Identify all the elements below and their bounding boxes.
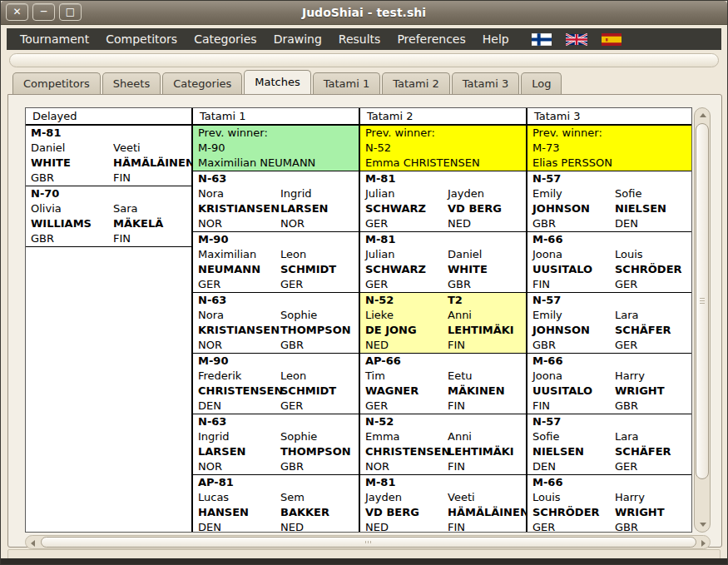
blue-first-name: Lara: [615, 308, 639, 323]
white-country: DEN: [198, 520, 280, 532]
match-block[interactable]: M-81JaydenVeetiVD BERGHÄMÄLÄINENNEDFIN: [360, 475, 526, 532]
menu-drawing[interactable]: Drawing: [265, 28, 330, 50]
match-block[interactable]: N-63NoraIngridKRISTIANSENLARSENNORNOR: [193, 171, 359, 232]
scroll-left-arrow-icon[interactable]: [31, 540, 35, 547]
tab-tatami-1[interactable]: Tatami 1: [313, 72, 381, 94]
match-line: JulianJayden: [360, 186, 526, 201]
white-last-name: SCHRÖDER: [532, 505, 615, 520]
match-line: M-66: [527, 232, 692, 247]
match-category: N-57: [532, 293, 615, 308]
match-block[interactable]: N-52T2LiekeAnniDE JONGLEHTIMÄKINEDFIN: [360, 293, 526, 354]
match-line: TimEetu: [360, 369, 526, 384]
match-block[interactable]: AP-66TimEetuWAGNERMÄKINENGERFIN: [360, 354, 526, 414]
tab-sheets[interactable]: Sheets: [102, 72, 161, 94]
match-line: N-63: [193, 293, 359, 308]
white-last-name: UUSITALO: [532, 262, 615, 277]
blue-first-name: Lara: [615, 429, 639, 444]
uk-flag-icon[interactable]: [566, 33, 587, 46]
match-block[interactable]: N-57SofieLaraNIELSENSCHÄFERDENGER: [527, 414, 692, 475]
white-first-name: Daniel: [31, 141, 113, 156]
prev-winner-label: Prev. winner:: [527, 126, 692, 141]
blue-country: NED: [280, 520, 304, 532]
menu-competitors[interactable]: Competitors: [97, 28, 186, 50]
horizontal-scrollbar-thumb[interactable]: [41, 537, 696, 548]
match-line: N-57: [527, 293, 692, 308]
menu-results[interactable]: Results: [330, 28, 389, 50]
menu-help[interactable]: Help: [474, 28, 518, 50]
match-category: M-81: [365, 475, 448, 490]
tab-matches[interactable]: Matches: [244, 70, 310, 94]
scroll-down-arrow-icon[interactable]: [700, 523, 706, 527]
white-last-name: UUSITALO: [532, 384, 615, 399]
match-category: N-57: [532, 171, 615, 186]
tab-tatami-2[interactable]: Tatami 2: [382, 72, 450, 94]
blue-last-name: SCHÄFER: [615, 323, 671, 338]
tab-competitors[interactable]: Competitors: [12, 72, 101, 94]
white-country: NOR: [198, 338, 280, 353]
match-block[interactable]: M-90MaximilianLeonNEUMANNSCHMIDTGERGER: [193, 232, 359, 293]
menu-categories[interactable]: Categories: [186, 28, 265, 50]
horizontal-scrollbar[interactable]: [25, 535, 711, 549]
column-header: Delayed: [26, 108, 191, 126]
match-line: WILLIAMSMÄKELÄ: [26, 216, 191, 231]
menu-tournament[interactable]: Tournament: [12, 28, 97, 50]
minimize-button[interactable]: ─: [32, 3, 55, 21]
match-line: SofieLara: [527, 429, 692, 444]
match-block[interactable]: M-81DanielVeetiWHITEHÄMÄLÄINENGBRFIN: [26, 126, 191, 186]
vertical-scrollbar-thumb[interactable]: [696, 123, 709, 479]
match-block[interactable]: N-57EmilySofieJOHNSONNIELSENGBRDEN: [527, 171, 692, 232]
blue-last-name: WRIGHT: [615, 505, 665, 520]
blue-first-name: Harry: [615, 490, 645, 505]
match-block[interactable]: M-81JulianJaydenSCHWARZVD BERGGERNED: [360, 171, 526, 232]
blue-last-name: WRIGHT: [615, 384, 665, 399]
board-column-tatami-3: Tatami 3 Prev. winner:M-73Elias PERSSONN…: [526, 108, 692, 532]
match-block[interactable]: M-66JoonaHarryUUSITALOWRIGHTFINGBR: [527, 354, 692, 414]
match-line: M-81: [360, 171, 526, 186]
scroll-right-arrow-icon[interactable]: [701, 540, 706, 547]
window-bottom-edge: [1, 558, 727, 564]
spain-flag-icon[interactable]: [602, 33, 622, 46]
match-line: N-52T2: [360, 293, 526, 308]
prev-winner-block: Prev. winner:N-52Emma CHRISTENSEN: [360, 126, 526, 171]
match-block[interactable]: N-63NoraSophieKRISTIANSENTHOMPSONNORGBR: [193, 293, 359, 354]
match-block[interactable]: AP-81LucasSemHANSENBAKKERDENNED: [193, 475, 359, 532]
white-country: DEN: [532, 459, 615, 474]
match-line: N-70: [26, 186, 191, 201]
white-first-name: Emily: [532, 186, 615, 201]
match-block[interactable]: N-70OliviaSaraWILLIAMSMÄKELÄGBRFIN: [26, 186, 191, 247]
toolbar: [9, 53, 719, 67]
match-block[interactable]: N-52EmmaAnniCHRISTENSENLEHTIMÄKINORFIN: [360, 414, 526, 475]
blue-country: FIN: [448, 399, 465, 414]
tab-categories[interactable]: Categories: [162, 72, 242, 94]
prev-winner-block: Prev. winner:M-73Elias PERSSON: [527, 126, 692, 171]
match-category: M-90: [198, 232, 280, 247]
match-block[interactable]: N-63IngridSophieLARSENTHOMPSONNORGBR: [193, 414, 359, 475]
white-country: FIN: [532, 277, 615, 292]
match-block[interactable]: M-66JoonaLouisUUSITALOSCHRÖDERFINGER: [527, 232, 692, 293]
match-line: GBRDEN: [527, 216, 692, 231]
match-board: Delayed M-81DanielVeetiWHITEHÄMÄLÄINENGB…: [25, 107, 692, 533]
vertical-scrollbar[interactable]: [694, 107, 711, 533]
tab-tatami-3[interactable]: Tatami 3: [452, 72, 520, 94]
match-category: N-52: [365, 293, 448, 308]
match-block[interactable]: N-57EmilyLaraJOHNSONSCHÄFERGBRGER: [527, 293, 692, 354]
finland-flag-icon[interactable]: [532, 33, 552, 46]
match-category: N-63: [198, 414, 280, 429]
match-block[interactable]: M-81JulianDanielSCHWARZWHITEGERGBR: [360, 232, 526, 293]
match-line: NORGBR: [193, 459, 359, 474]
match-block[interactable]: M-90FrederikLeonCHRISTENSENSCHMIDTDENGER: [193, 354, 359, 414]
minimize-icon: ─: [41, 6, 47, 17]
titlebar[interactable]: ✕ ─ □ JudoShiai - test.shi: [1, 1, 727, 25]
close-button[interactable]: ✕: [6, 3, 28, 21]
maximize-button[interactable]: □: [59, 3, 82, 21]
tab-log[interactable]: Log: [521, 72, 562, 94]
blue-first-name: Jayden: [448, 186, 484, 201]
match-line: GBRFIN: [26, 171, 191, 186]
menu-preferences[interactable]: Preferences: [389, 28, 473, 50]
white-last-name: WAGNER: [365, 384, 448, 399]
blue-first-name: Sophie: [280, 429, 317, 444]
match-block[interactable]: M-66LouisHarrySCHRÖDERWRIGHTGERGBR: [527, 475, 692, 532]
white-country: FIN: [532, 399, 615, 414]
scroll-up-arrow-icon[interactable]: [700, 113, 706, 117]
white-last-name: VD BERG: [365, 505, 448, 520]
